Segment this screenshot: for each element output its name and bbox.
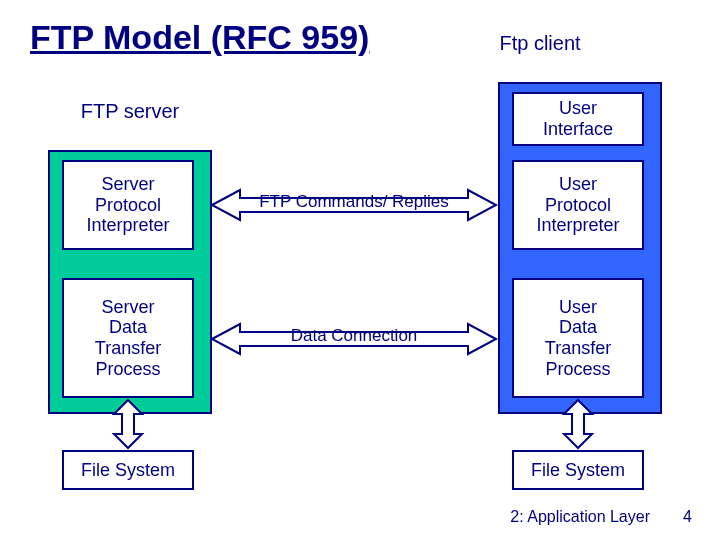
user-interface-box: User Interface xyxy=(512,92,644,146)
double-arrow-client-fs xyxy=(562,400,594,448)
double-arrow-server-fs xyxy=(112,400,144,448)
server-data-transfer-process-box: Server Data Transfer Process xyxy=(62,278,194,398)
svg-marker-3 xyxy=(564,400,592,448)
ftp-commands-label: FTP Commands/ Replies xyxy=(232,192,476,212)
server-label: FTP server xyxy=(50,100,210,123)
page-number: 4 xyxy=(683,508,692,526)
slide-title: FTP Model (RFC 959) xyxy=(30,18,369,57)
server-protocol-interpreter-box: Server Protocol Interpreter xyxy=(62,160,194,250)
user-protocol-interpreter-box: User Protocol Interpreter xyxy=(512,160,644,250)
svg-marker-2 xyxy=(114,400,142,448)
user-data-transfer-process-box: User Data Transfer Process xyxy=(512,278,644,398)
client-file-system-box: File System xyxy=(512,450,644,490)
footer-chapter: 2: Application Layer xyxy=(510,508,650,526)
data-connection-label: Data Connection xyxy=(232,326,476,346)
server-file-system-box: File System xyxy=(62,450,194,490)
client-label: Ftp client xyxy=(440,32,640,55)
